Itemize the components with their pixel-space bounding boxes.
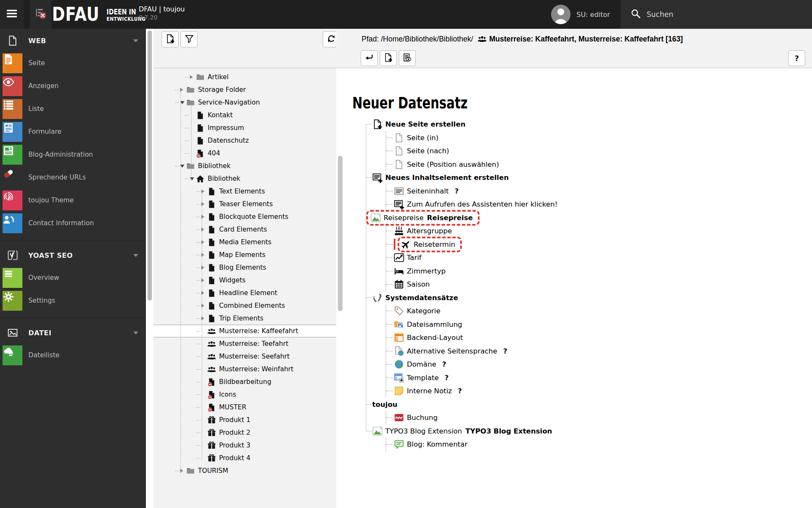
collapse-icon[interactable]: [180, 101, 186, 104]
new-record-button[interactable]: [380, 50, 397, 66]
new-record-option-template[interactable]: Template?: [386, 371, 557, 385]
page-error-icon: [207, 390, 216, 399]
tree-connector: [386, 444, 393, 444]
new-record-group-neue-seite-erstellen[interactable]: Neue Seite erstellen: [362, 118, 557, 131]
search-input[interactable]: [646, 10, 774, 19]
sidebar-item-sprechende-urls[interactable]: Sprechende URLs: [0, 166, 146, 189]
field-help-question[interactable]: ?: [458, 387, 462, 395]
sidebar-item-toujou-theme[interactable]: toujou Theme: [0, 189, 146, 212]
new-record-group-toujou[interactable]: toujou: [362, 398, 557, 411]
page-tree-item-label: Bildbearbeitung: [219, 378, 272, 386]
sidebar-item-anzeigen[interactable]: Anzeigen: [0, 75, 146, 97]
sidebar-item-seite[interactable]: Seite: [0, 52, 146, 75]
new-record-option-reisetermin[interactable]: Reisetermin: [386, 238, 557, 251]
expand-icon[interactable]: [201, 227, 207, 232]
new-record-group-reisepreise[interactable]: ReisepreiseReisepreise: [362, 211, 557, 225]
expand-icon[interactable]: [201, 253, 207, 257]
menu-toggle-button[interactable]: [0, 0, 24, 29]
tree-connector-line: [202, 193, 202, 460]
field-help-question[interactable]: ?: [503, 347, 508, 355]
expand-icon[interactable]: [201, 240, 207, 244]
sidebar-item-contact-information[interactable]: Contact Information: [0, 212, 146, 235]
expand-icon[interactable]: [201, 215, 207, 219]
page-tree-item-artikel[interactable]: Artikel: [154, 71, 336, 83]
new-record-option-dom-ne[interactable]: Domäne?: [386, 358, 557, 371]
field-help-question[interactable]: ?: [455, 187, 459, 195]
new-record-option-tarif[interactable]: Tarif: [386, 251, 557, 265]
close-back-button[interactable]: [361, 50, 378, 66]
new-record-option-seite-in-[interactable]: Seite (in): [386, 131, 557, 145]
help-menu-button[interactable]: ?: [528, 9, 538, 19]
expand-icon[interactable]: [201, 265, 207, 270]
image-outline-icon: [7, 327, 18, 338]
module-menu-scrollbar[interactable]: [146, 29, 154, 508]
global-search[interactable]: [620, 0, 812, 29]
help-button[interactable]: ?: [788, 50, 805, 66]
expand-icon[interactable]: [180, 88, 186, 92]
new-record-option-saison[interactable]: Saison: [386, 278, 557, 291]
pagetree-error-button[interactable]: [30, 0, 52, 29]
new-record-group-typo3-blog-extension[interactable]: TYPO3 Blog ExtensionTYPO3 Blog Extension: [362, 425, 557, 438]
voucher-icon: [394, 412, 404, 423]
page-tree-toolbar: [154, 29, 336, 68]
tree-connector: [386, 351, 393, 351]
new-record-option-seite-nach-[interactable]: Seite (nach): [386, 144, 557, 158]
new-record-option-blog-kommentar[interactable]: Blog: Kommentar: [386, 438, 557, 451]
page-tree-item-label: Musterreise: Teefahrt: [219, 340, 288, 348]
sidebar-item-liste[interactable]: Liste: [0, 97, 146, 120]
new-page-button[interactable]: [162, 31, 178, 47]
sidebar-item-overview[interactable]: Overview: [0, 266, 146, 289]
expand-icon[interactable]: [201, 278, 207, 282]
save-view-button[interactable]: [399, 50, 416, 66]
field-help-question[interactable]: ?: [444, 374, 449, 382]
tree-connector: [185, 153, 189, 154]
new-record-option-buchung[interactable]: Buchung: [386, 411, 557, 425]
new-record-option-altersgruppe[interactable]: Altersgruppe: [386, 224, 557, 238]
new-record-group-neues-inhaltselement-erstellen[interactable]: Neues Inhaltselement erstellen: [362, 171, 557, 185]
new-record-option-zum-aufrufen-des-assistenten-hier-klicken-[interactable]: Zum Aufrufen des Assistenten hier klicke…: [386, 198, 557, 211]
theme-icon: [3, 190, 22, 210]
sidebar-section-header-web[interactable]: WEB: [0, 30, 146, 52]
new-record-option-zimmertyp[interactable]: Zimmertyp: [386, 265, 557, 278]
expand-icon[interactable]: [201, 304, 207, 308]
expand-icon[interactable]: [201, 189, 207, 193]
field-help-question[interactable]: ?: [442, 360, 447, 368]
user-menu-button[interactable]: SU: editor: [551, 5, 610, 24]
sidebar-item-settings[interactable]: Settings: [0, 289, 146, 312]
new-record-option-seiteninhalt[interactable]: Seiteninhalt?: [386, 185, 557, 198]
new-record-group-children: Buchung: [386, 411, 557, 425]
collapse-icon[interactable]: [180, 165, 186, 168]
scrollbar-thumb[interactable]: [148, 30, 152, 301]
tree-connector: [386, 271, 393, 271]
group-icon: [207, 327, 216, 336]
sidebar-item-blog-administration[interactable]: Blog-Administration: [0, 143, 146, 166]
new-record-option-seite-position-ausw-hlen-[interactable]: Seite (Position auswählen): [386, 158, 557, 171]
new-record-option-alternative-seitensprache[interactable]: Alternative Seitensprache?: [386, 345, 557, 358]
sidebar-section-header-yoast-seo[interactable]: YOAST SEO: [0, 244, 146, 266]
sidebar-item-formulare[interactable]: Formulare: [0, 120, 146, 143]
tree-connector-line: [366, 124, 366, 431]
sidebar-item-dateiliste[interactable]: Dateiliste: [0, 344, 146, 367]
sidebar-section-header-datei[interactable]: DATEI: [0, 322, 146, 344]
new-record-option-dateisammlung[interactable]: Dateisammlung: [386, 318, 557, 331]
content-scrollbar[interactable]: [338, 156, 343, 311]
tree-connector: [196, 255, 200, 255]
expand-icon[interactable]: [201, 202, 207, 206]
filter-button[interactable]: [181, 31, 198, 47]
expand-icon[interactable]: [201, 291, 207, 295]
option-label: Seite (nach): [407, 147, 449, 155]
tree-connector: [386, 337, 393, 338]
sidebar-item-label: Contact Information: [28, 219, 94, 227]
new-record-option-kategorie[interactable]: Kategorie: [386, 304, 557, 318]
page-icon: [207, 200, 216, 209]
new-record-option-backend-layout[interactable]: Backend-Layout: [386, 331, 557, 345]
new-record-option-interne-notiz[interactable]: Interne Notiz?: [386, 384, 557, 398]
tree-connector: [196, 268, 200, 268]
expand-icon[interactable]: [190, 75, 196, 79]
bookmark-button[interactable]: [505, 9, 515, 19]
expand-icon[interactable]: [201, 316, 207, 320]
tree-connector: [175, 166, 179, 166]
option-label: Seite (in): [407, 134, 439, 142]
expand-icon[interactable]: [180, 469, 186, 473]
new-record-group-systemdatens-tze[interactable]: Systemdatensätze: [362, 291, 557, 305]
